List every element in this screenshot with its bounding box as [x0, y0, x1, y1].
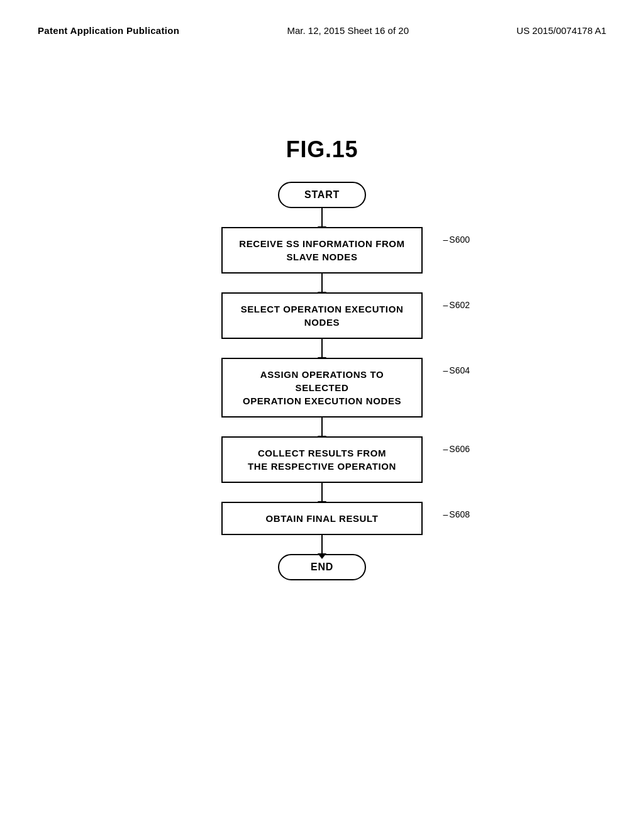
step-s608-label: – S608: [443, 509, 470, 519]
step-s604-wrapper: ASSIGN OPERATIONS TO SELECTEDOPERATION E…: [221, 358, 423, 418]
step-s608: OBTAIN FINAL RESULT: [221, 502, 423, 535]
step-s602-text: SELECT OPERATION EXECUTION NODES: [241, 304, 404, 328]
step-s600-label: – S600: [443, 235, 470, 245]
arrow-2: [321, 274, 323, 292]
step-s604-text: ASSIGN OPERATIONS TO SELECTEDOPERATION E…: [243, 369, 401, 406]
header-center: Mar. 12, 2015 Sheet 16 of 20: [287, 25, 409, 36]
step-s606-label: – S606: [443, 444, 470, 454]
step-s602-wrapper: SELECT OPERATION EXECUTION NODES – S602: [221, 292, 423, 339]
flowchart-diagram: START RECEIVE SS INFORMATION FROMSLAVE N…: [0, 182, 644, 580]
step-s600: RECEIVE SS INFORMATION FROMSLAVE NODES: [221, 227, 423, 274]
arrow-1: [321, 208, 323, 227]
arrow-6: [321, 535, 323, 554]
arrow-3: [321, 339, 323, 358]
page: Patent Application Publication Mar. 12, …: [0, 0, 644, 830]
step-s606-text: COLLECT RESULTS FROMTHE RESPECTIVE OPERA…: [248, 448, 396, 472]
step-s602-label: – S602: [443, 300, 470, 310]
start-node: START: [278, 182, 366, 208]
arrow-4: [321, 418, 323, 436]
header-left: Patent Application Publication: [38, 25, 179, 36]
step-s604: ASSIGN OPERATIONS TO SELECTEDOPERATION E…: [221, 358, 423, 418]
header-right: US 2015/0074178 A1: [516, 25, 606, 36]
step-s608-wrapper: OBTAIN FINAL RESULT – S608: [221, 502, 423, 535]
page-header: Patent Application Publication Mar. 12, …: [0, 0, 644, 36]
step-s606: COLLECT RESULTS FROMTHE RESPECTIVE OPERA…: [221, 436, 423, 483]
figure-title: FIG.15: [0, 136, 644, 163]
step-s608-text: OBTAIN FINAL RESULT: [266, 513, 379, 524]
arrow-5: [321, 483, 323, 502]
step-s600-text: RECEIVE SS INFORMATION FROMSLAVE NODES: [239, 238, 404, 262]
step-s602: SELECT OPERATION EXECUTION NODES: [221, 292, 423, 339]
step-s600-wrapper: RECEIVE SS INFORMATION FROMSLAVE NODES –…: [221, 227, 423, 274]
step-s604-label: – S604: [443, 365, 470, 375]
step-s606-wrapper: COLLECT RESULTS FROMTHE RESPECTIVE OPERA…: [221, 436, 423, 483]
